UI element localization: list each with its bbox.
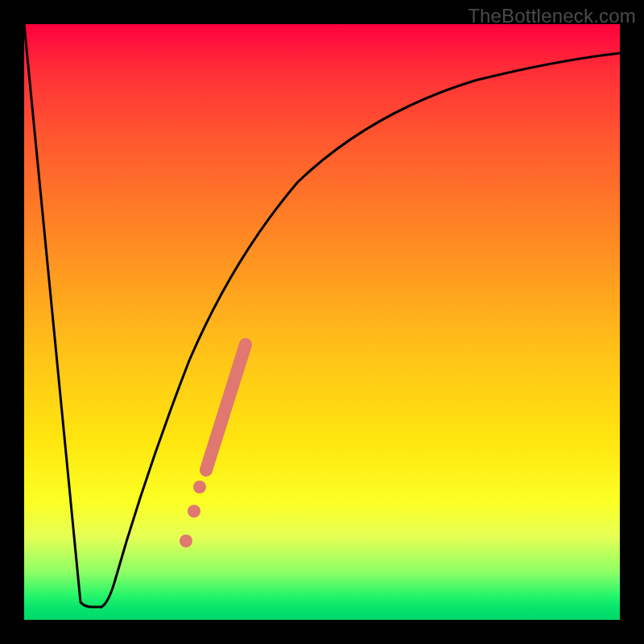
curve-right-branch <box>101 53 620 607</box>
chart-stage: TheBottleneck.com <box>0 0 644 644</box>
curve-left-branch <box>24 24 101 607</box>
chart-svg <box>24 24 620 620</box>
marker-dot-3 <box>180 535 192 547</box>
highlight-segment <box>206 345 246 470</box>
watermark-text: TheBottleneck.com <box>468 5 636 27</box>
marker-dot-2 <box>188 505 200 518</box>
plot-area <box>24 24 620 620</box>
marker-dot-1 <box>193 481 206 493</box>
